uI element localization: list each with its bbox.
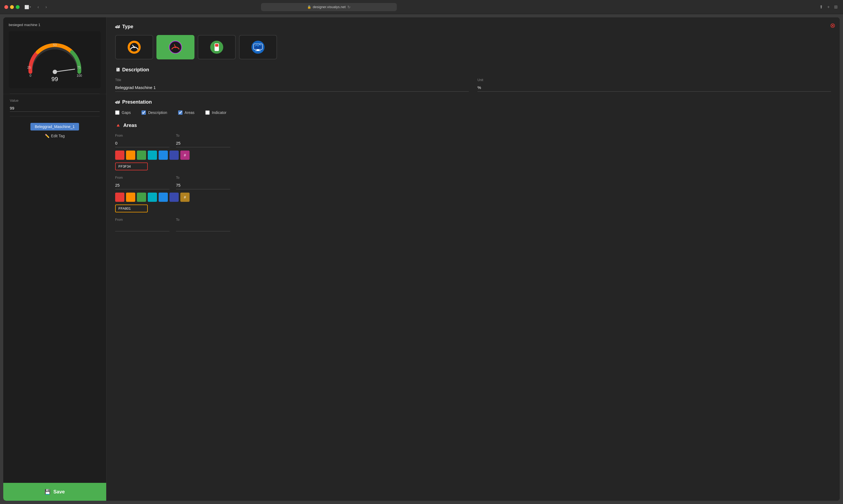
value-label: Value xyxy=(10,98,100,103)
svg-text:0: 0 xyxy=(29,74,31,77)
traffic-light-yellow[interactable] xyxy=(10,5,14,9)
main-content: besieged machine 1 xyxy=(3,17,840,501)
traffic-light-red[interactable] xyxy=(4,5,8,9)
type-cards xyxy=(115,35,831,59)
color-swatch-teal-1[interactable] xyxy=(148,150,157,160)
area-to-input-2[interactable] xyxy=(176,181,230,189)
areas-section-header: 🔺 Areas xyxy=(115,122,831,128)
type-card-3[interactable] xyxy=(198,35,236,59)
area-fields-2: From To xyxy=(115,176,831,189)
browser-actions: ⬆ + ⊞ xyxy=(818,3,839,11)
edit-tag-label: Edit Tag xyxy=(51,134,65,138)
area-to-input-1[interactable] xyxy=(176,139,230,147)
areas-checkbox-item[interactable]: Areas xyxy=(178,110,195,115)
color-swatch-indigo-1[interactable] xyxy=(170,150,179,160)
area-from-field-1: From xyxy=(115,134,170,147)
close-button[interactable]: ⊗ xyxy=(830,22,836,29)
left-panel: besieged machine 1 xyxy=(3,17,106,501)
description-checkbox-item[interactable]: Description xyxy=(141,110,167,115)
url-display: designer.visualys.net xyxy=(313,5,346,9)
type-card-2[interactable] xyxy=(156,35,194,59)
color-hex-input-2[interactable] xyxy=(115,204,148,212)
svg-text:75: 75 xyxy=(77,66,81,69)
gaps-label: Gaps xyxy=(122,110,131,115)
pencil-icon: ✏️ xyxy=(45,134,49,138)
area-from-label-1: From xyxy=(115,134,170,138)
title-label: Title xyxy=(115,78,469,82)
address-bar: 🔒 designer.visualys.net ↻ xyxy=(261,3,397,11)
description-section-header: 🖥 Description xyxy=(115,67,831,73)
type-card-4[interactable] xyxy=(239,35,277,59)
area-from-input-1[interactable] xyxy=(115,139,170,147)
hash-button-2[interactable]: # xyxy=(180,193,190,202)
new-tab-button[interactable]: + xyxy=(826,3,831,11)
area-from-field-3: From xyxy=(115,218,170,231)
nav-back-button[interactable]: ‹ xyxy=(36,3,40,11)
gaps-checkbox[interactable] xyxy=(115,110,120,115)
area-row-3: From To xyxy=(115,218,831,231)
area-row-2: From To # xyxy=(115,176,831,212)
indicator-checkbox-item[interactable]: Indicator xyxy=(205,110,226,115)
lock-icon: 🔒 xyxy=(307,5,311,9)
type-card-icon-3 xyxy=(210,40,224,54)
color-swatch-orange-1[interactable] xyxy=(126,150,135,160)
color-swatch-green-1[interactable] xyxy=(137,150,146,160)
browser-chrome: ⬜ ▾ ‹ › 🔒 designer.visualys.net ↻ ⬆ + ⊞ xyxy=(0,0,843,14)
color-swatch-red-2[interactable] xyxy=(115,193,124,202)
indicator-checkbox[interactable] xyxy=(205,110,210,115)
color-hex-input-1[interactable] xyxy=(115,162,148,170)
area-from-field-2: From xyxy=(115,176,170,189)
area-from-label-2: From xyxy=(115,176,170,180)
gauge-title: besieged machine 1 xyxy=(9,23,101,27)
color-swatch-blue-1[interactable] xyxy=(159,150,168,160)
share-button[interactable]: ⬆ xyxy=(818,3,824,11)
value-input[interactable] xyxy=(10,105,100,112)
color-swatch-teal-2[interactable] xyxy=(148,193,157,202)
areas-section: 🔺 Areas From To xyxy=(115,122,831,231)
type-section-icon: 🏎 xyxy=(115,24,120,30)
type-card-icon-2 xyxy=(168,40,183,54)
traffic-light-green[interactable] xyxy=(16,5,20,9)
title-field-group: Title xyxy=(115,78,469,92)
sidebar-toggle-button[interactable]: ⬜ ▾ xyxy=(23,4,33,10)
unit-field-group: Unit xyxy=(478,78,831,92)
unit-input[interactable] xyxy=(478,84,831,92)
color-swatch-green-2[interactable] xyxy=(137,193,146,202)
save-icon: 💾 xyxy=(45,489,51,495)
areas-section-label: Areas xyxy=(123,123,137,128)
color-swatch-red-1[interactable] xyxy=(115,150,124,160)
gauge-widget: 50 25 75 0 100 99 xyxy=(9,31,101,88)
edit-tag-button[interactable]: ✏️ Edit Tag xyxy=(45,134,65,138)
areas-checkbox[interactable] xyxy=(178,110,183,115)
area-fields-3: From To xyxy=(115,218,831,231)
reload-button[interactable]: ↻ xyxy=(347,5,350,9)
presentation-section: 🏎 Presentation Gaps Description Areas xyxy=(115,99,831,115)
area-to-field-2: To xyxy=(176,176,230,189)
area-to-field-3: To xyxy=(176,218,230,231)
type-section-header: 🏎 Type xyxy=(115,24,831,30)
description-checkbox[interactable] xyxy=(141,110,146,115)
svg-point-12 xyxy=(175,47,176,48)
save-button[interactable]: 💾 Save xyxy=(3,483,106,501)
area-to-input-3[interactable] xyxy=(176,223,230,231)
color-picker-row-2: # xyxy=(115,193,831,202)
nav-forward-button[interactable]: › xyxy=(44,3,48,11)
hash-button-1[interactable]: # xyxy=(180,150,190,160)
area-from-input-2[interactable] xyxy=(115,181,170,189)
unit-label: Unit xyxy=(478,78,831,82)
area-from-label-3: From xyxy=(115,218,170,222)
color-swatch-blue-2[interactable] xyxy=(159,193,168,202)
color-swatch-orange-2[interactable] xyxy=(126,193,135,202)
gaps-checkbox-item[interactable]: Gaps xyxy=(115,110,131,115)
grid-button[interactable]: ⊞ xyxy=(833,3,839,11)
area-from-input-3[interactable] xyxy=(115,223,170,231)
areas-label: Areas xyxy=(185,110,195,115)
description-row: Title Unit xyxy=(115,78,831,92)
color-swatch-indigo-2[interactable] xyxy=(170,193,179,202)
svg-rect-17 xyxy=(254,44,262,49)
traffic-lights xyxy=(4,5,20,9)
type-section-label: Type xyxy=(122,24,133,30)
title-input[interactable] xyxy=(115,84,469,92)
type-card-1[interactable] xyxy=(115,35,153,59)
area-row-1: From To # xyxy=(115,134,831,170)
